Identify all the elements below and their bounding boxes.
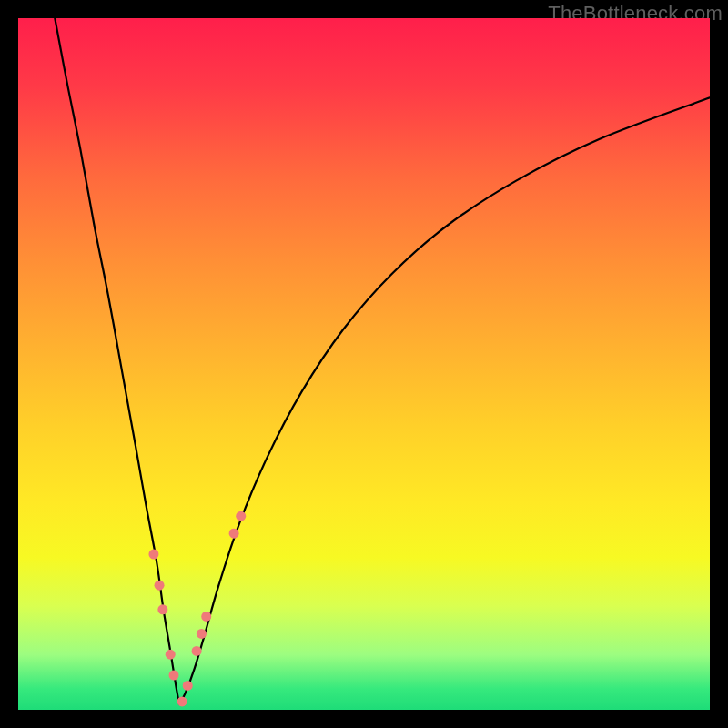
marker-dot	[236, 511, 246, 521]
curve-left-branch	[55, 18, 179, 704]
marker-group	[136, 452, 246, 707]
marker-dot	[229, 529, 239, 539]
curve-right-branch	[179, 97, 710, 704]
marker-dot	[155, 581, 165, 591]
chart-overlay	[18, 18, 710, 710]
marker-dot	[157, 604, 167, 614]
marker-dot	[177, 696, 187, 706]
marker-dot	[169, 671, 179, 681]
marker-dot	[197, 629, 207, 639]
marker-dot	[201, 612, 211, 622]
marker-dot	[166, 650, 176, 660]
plot-area	[18, 18, 710, 710]
chart-canvas: TheBottleneck.com	[0, 0, 728, 728]
marker-dot	[192, 646, 202, 656]
marker-dot	[183, 681, 193, 691]
marker-dot	[148, 550, 158, 560]
